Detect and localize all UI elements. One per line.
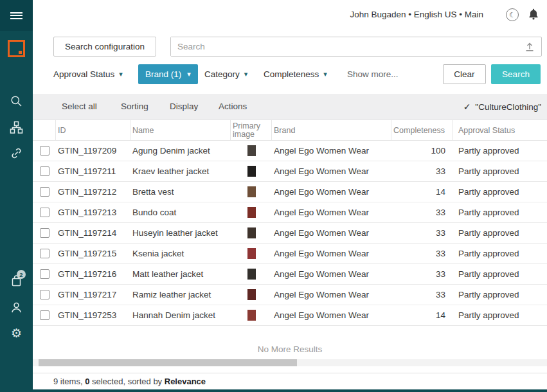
logo-dot-icon (19, 51, 22, 54)
table-row[interactable]: GTIN_1197213 Bundo coat Angel Ego Women … (33, 202, 547, 223)
row-checkbox-cell (33, 249, 56, 258)
actions-button[interactable]: Actions (219, 94, 247, 120)
cell-primary-image (231, 186, 272, 197)
cell-completeness: 33 (391, 249, 453, 258)
filter-approval-status[interactable]: Approval Status ▾ (53, 64, 123, 84)
sorting-button[interactable]: Sorting (121, 94, 148, 120)
selected-count: 0 (85, 377, 89, 386)
search-input[interactable] (171, 37, 523, 56)
cell-primary-image (231, 289, 272, 300)
scrollbar-thumb[interactable] (39, 359, 297, 366)
table-row[interactable]: GTIN_1197209 Agung Denim jacket Angel Eg… (33, 141, 547, 161)
cell-brand: Angel Ego Women Wear (272, 249, 391, 258)
check-icon: ✓ (463, 102, 471, 112)
product-thumbnail (247, 145, 256, 156)
cell-completeness: 33 (391, 228, 453, 238)
search-configuration-button[interactable]: Search configuration (53, 37, 156, 57)
cell-brand: Angel Ego Women Wear (272, 166, 391, 176)
sitemap-icon (10, 121, 23, 134)
filter-completeness-label: Completeness (264, 64, 319, 84)
sidebar-item-user[interactable] (10, 301, 23, 314)
product-thumbnail (247, 269, 256, 280)
cell-id: GTIN_1197213 (56, 208, 130, 217)
row-checkbox[interactable] (40, 269, 49, 279)
column-header-id[interactable]: ID (56, 120, 130, 140)
row-checkbox[interactable] (40, 310, 49, 320)
product-thumbnail (247, 289, 256, 300)
filter-completeness[interactable]: Completeness ▾ (264, 64, 327, 84)
column-header-brand[interactable]: Brand (272, 120, 391, 140)
product-thumbnail (247, 186, 256, 197)
chevron-down-icon: ▾ (119, 71, 123, 78)
display-button[interactable]: Display (170, 94, 198, 120)
row-checkbox[interactable] (40, 208, 49, 217)
sidebar-item-structure[interactable] (10, 121, 23, 134)
export-icon[interactable] (523, 40, 536, 53)
saved-search-indicator[interactable]: ✓ "CultureClothing" (463, 94, 541, 120)
table-row[interactable]: GTIN_1197217 Ramiz leather jacket Angel … (33, 285, 547, 305)
row-checkbox[interactable] (40, 187, 49, 197)
row-checkbox-cell (33, 146, 56, 156)
search-button[interactable]: Search (491, 64, 541, 84)
logo-square-icon (8, 40, 25, 57)
sidebar: 2 ⚙ (0, 0, 33, 392)
filter-category[interactable]: Category ▾ (204, 64, 247, 84)
product-thumbnail (247, 207, 256, 218)
cell-id: GTIN_1197214 (56, 228, 130, 238)
status-bar: 9 items, 0 selected, sorted by Relevance (33, 373, 547, 390)
column-header-completeness[interactable]: Completeness (391, 120, 453, 140)
column-header-primary-image[interactable]: Primary image (231, 120, 272, 140)
cell-completeness: 33 (391, 269, 453, 279)
row-checkbox[interactable] (40, 290, 49, 299)
row-checkbox[interactable] (40, 249, 49, 258)
brand-logo[interactable] (8, 40, 25, 57)
clear-button[interactable]: Clear (443, 64, 486, 84)
cell-primary-image (231, 207, 272, 218)
column-header-approval-status[interactable]: Approval Status (453, 120, 547, 140)
cell-primary-image (231, 248, 272, 259)
cell-id: GTIN_1197212 (56, 187, 130, 197)
cell-name: Bretta vest (130, 187, 231, 197)
row-checkbox[interactable] (40, 228, 49, 238)
hamburger-menu-button[interactable] (0, 0, 33, 31)
row-checkbox-cell (33, 228, 56, 238)
sidebar-item-search[interactable] (10, 94, 23, 108)
saved-search-label: "CultureClothing" (475, 102, 541, 112)
cell-brand: Angel Ego Women Wear (272, 310, 391, 320)
cell-primary-image (231, 310, 272, 321)
cell-name: Bundo coat (130, 208, 231, 217)
horizontal-scrollbar[interactable] (33, 359, 547, 366)
cell-completeness: 33 (391, 208, 453, 217)
row-checkbox-cell (33, 187, 56, 197)
cell-completeness: 33 (391, 290, 453, 299)
cell-approval-status: Partly approved (453, 166, 547, 176)
table-row[interactable]: GTIN_1197214 Huseyin leather jacket Ange… (33, 223, 547, 244)
filter-brand-active[interactable]: Brand (1) ▾ (138, 64, 198, 84)
cell-approval-status: Partly approved (453, 269, 547, 279)
table-row[interactable]: GTIN_1197211 Kraev leather jacket Angel … (33, 161, 547, 182)
sidebar-item-links[interactable] (10, 147, 23, 160)
hamburger-icon (10, 10, 22, 21)
table-header: ID Name Primary image Brand Completeness… (33, 120, 547, 141)
row-checkbox-cell (33, 290, 56, 299)
gear-icon: ⚙ (11, 326, 22, 340)
sidebar-item-settings[interactable]: ⚙ (10, 326, 23, 340)
search-box (170, 37, 542, 57)
select-all-button[interactable]: Select all (62, 94, 97, 120)
column-header-name[interactable]: Name (130, 120, 231, 140)
row-checkbox[interactable] (40, 146, 49, 156)
chevron-down-icon: ▾ (244, 71, 248, 78)
table-row[interactable]: GTIN_1197216 Matt leather jacket Angel E… (33, 264, 547, 285)
cell-primary-image (231, 227, 272, 238)
dark-mode-toggle[interactable]: ☾ (506, 8, 519, 21)
cell-name: Agung Denim jacket (130, 146, 231, 156)
cell-completeness: 100 (391, 146, 453, 156)
table-row[interactable]: GTIN_1197215 Ksenia jacket Angel Ego Wom… (33, 244, 547, 264)
user-session-info[interactable]: John Bugaden • English US • Main (350, 10, 483, 19)
show-more-filters-link[interactable]: Show more... (347, 64, 399, 84)
table-row[interactable]: GTIN_1197253 Hannah Denim jacket Angel E… (33, 305, 547, 326)
row-checkbox[interactable] (40, 166, 49, 176)
cell-completeness: 14 (391, 310, 453, 320)
table-row[interactable]: GTIN_1197212 Bretta vest Angel Ego Women… (33, 182, 547, 202)
notifications-button[interactable] (527, 8, 540, 21)
